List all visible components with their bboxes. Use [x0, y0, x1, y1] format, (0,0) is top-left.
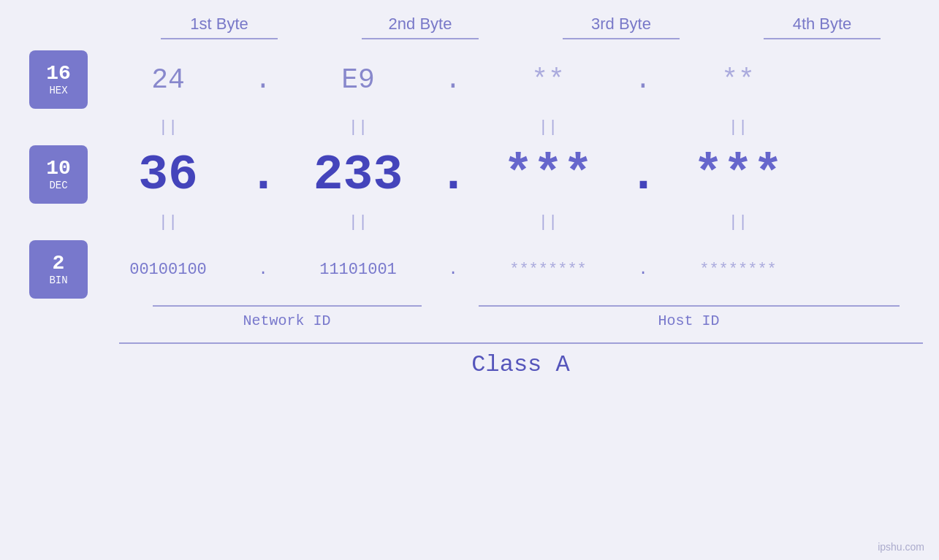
hex-dot-1: .	[248, 64, 278, 96]
equals-row-2: || || || ||	[88, 207, 939, 237]
eq1-3: ||	[468, 118, 628, 137]
equals-row-1: || || || ||	[88, 112, 939, 142]
id-labels-area: Network ID Host ID	[119, 305, 923, 329]
class-area: Class A	[119, 342, 923, 378]
eq2-3: ||	[468, 213, 628, 231]
data-rows: 24 . E9 . ** . ** || ||	[88, 47, 939, 302]
eq1-4: ||	[658, 118, 818, 137]
eq1-1: ||	[88, 118, 248, 137]
byte-header-4: 4th Byte	[742, 15, 902, 39]
dec-cell-4: ***	[658, 147, 818, 203]
host-id-label: Host ID	[658, 312, 719, 329]
byte-header-3: 3rd Byte	[541, 15, 702, 39]
byte-header-1: 1st Byte	[139, 15, 300, 39]
main-content: 16 HEX 10 DEC 2 BIN	[0, 47, 939, 302]
bin-cell-3: ********	[468, 261, 628, 279]
hex-dot-2: .	[438, 64, 468, 96]
dec-cell-3: ***	[468, 147, 628, 203]
bin-dot-2: .	[438, 261, 468, 279]
badges-column: 16 HEX 10 DEC 2 BIN	[29, 47, 88, 302]
dec-cell-1: 36	[88, 147, 248, 203]
bin-cell-4: ********	[658, 261, 818, 279]
hex-cell-3: **	[468, 64, 628, 96]
class-bracket-line	[119, 342, 923, 344]
network-bracket-line	[153, 305, 422, 307]
hex-cell-2: E9	[278, 64, 438, 96]
watermark: ipshu.com	[878, 541, 924, 553]
eq1-2: ||	[278, 118, 438, 137]
hex-cell-1: 24	[88, 64, 248, 96]
eq2-1: ||	[88, 213, 248, 231]
host-bracket-line	[479, 305, 900, 307]
dec-badge: 10 DEC	[29, 145, 88, 204]
byte-headers: 1st Byte 2nd Byte 3rd Byte 4th Byte	[119, 15, 923, 39]
dec-dot-3: .	[628, 147, 658, 203]
bin-dot-1: .	[248, 261, 278, 279]
byte-header-2: 2nd Byte	[340, 15, 501, 39]
bin-badge: 2 BIN	[29, 240, 88, 299]
bin-dot-3: .	[628, 261, 658, 279]
hex-cell-4: **	[658, 64, 818, 96]
dec-row: 36 . 233 . *** . ***	[88, 142, 939, 207]
dec-dot-1: .	[248, 147, 278, 203]
dec-dot-2: .	[438, 147, 468, 203]
bin-cell-1: 00100100	[88, 261, 248, 279]
eq2-4: ||	[658, 213, 818, 231]
network-id-bracket: Network ID	[119, 305, 455, 329]
bin-row: 00100100 . 11101001 . ******** . *******…	[88, 237, 939, 302]
host-id-bracket: Host ID	[455, 305, 923, 329]
hex-row: 24 . E9 . ** . **	[88, 47, 939, 112]
eq2-2: ||	[278, 213, 438, 231]
hex-dot-3: .	[628, 64, 658, 96]
bin-cell-2: 11101001	[278, 261, 438, 279]
network-id-label: Network ID	[243, 312, 330, 329]
main-container: 1st Byte 2nd Byte 3rd Byte 4th Byte 16 H…	[0, 0, 939, 560]
dec-cell-2: 233	[278, 147, 438, 203]
hex-badge: 16 HEX	[29, 50, 88, 109]
class-label: Class A	[471, 351, 569, 378]
